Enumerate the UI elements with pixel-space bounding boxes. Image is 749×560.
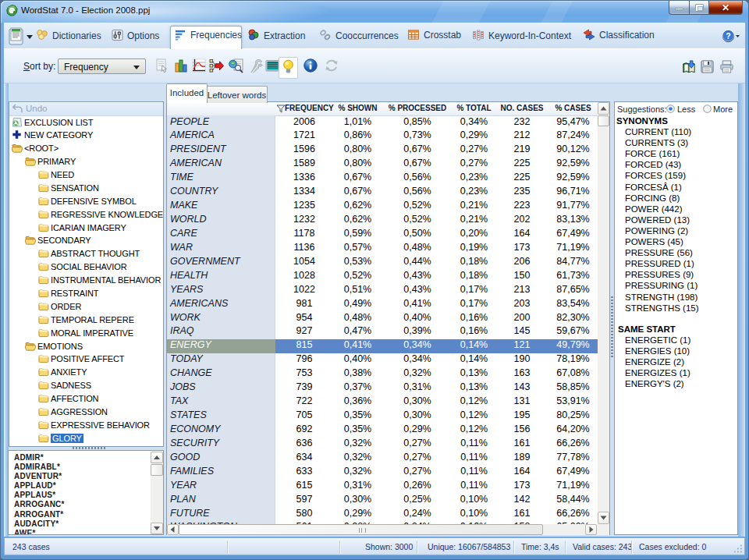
svg-text:?: ? [726, 32, 730, 41]
